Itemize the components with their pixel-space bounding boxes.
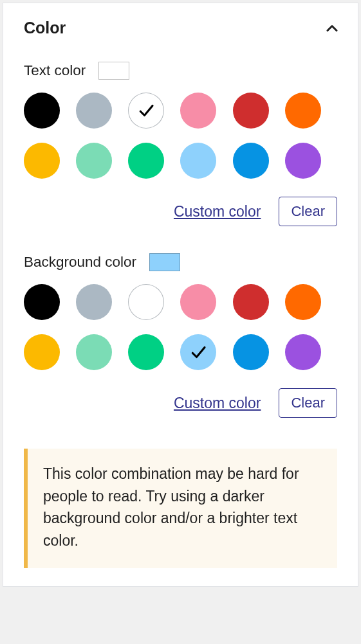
text-color-swatch[interactable] [128,143,164,179]
background-color-swatch[interactable] [285,284,321,320]
background-color-label: Background color [24,254,136,271]
chevron-up-icon [323,19,341,37]
text-color-swatch[interactable] [76,93,112,129]
text-color-label-row: Text color [24,62,337,80]
background-color-swatch[interactable] [285,334,321,370]
background-color-swatch-grid [24,284,337,370]
text-color-custom-link[interactable]: Custom color [174,203,261,220]
notice-text: This color combination may be hard for p… [28,449,337,568]
background-color-swatch[interactable] [233,284,269,320]
contrast-warning-notice: This color combination may be hard for p… [24,449,337,568]
panel-header[interactable]: Color [3,3,358,42]
background-color-footer: Custom color Clear [24,388,337,418]
background-color-custom-link[interactable]: Custom color [174,395,261,412]
text-color-swatch[interactable] [285,143,321,179]
background-color-swatch[interactable] [24,334,60,370]
text-color-swatch[interactable] [24,143,60,179]
background-color-swatch[interactable] [180,284,216,320]
text-color-swatch[interactable] [76,143,112,179]
text-color-swatch[interactable] [180,143,216,179]
background-color-indicator [149,253,180,271]
background-color-label-row: Background color [24,253,337,271]
text-color-indicator [98,62,129,80]
color-panel: Color Text color Custom color Clear Back… [3,3,358,587]
panel-title: Color [24,19,66,37]
check-icon [189,343,208,362]
background-color-section: Background color Custom color Clear [24,253,337,418]
background-color-swatch[interactable] [76,284,112,320]
text-color-swatch-grid [24,93,337,179]
text-color-swatch[interactable] [233,93,269,129]
text-color-swatch[interactable] [233,143,269,179]
background-color-swatch[interactable] [180,334,216,370]
check-icon [136,101,156,120]
panel-body: Text color Custom color Clear Background… [3,42,358,586]
background-color-swatch[interactable] [128,284,164,320]
text-color-swatch[interactable] [24,93,60,129]
text-color-swatch[interactable] [180,93,216,129]
background-color-swatch[interactable] [128,334,164,370]
text-color-swatch[interactable] [285,93,321,129]
text-color-clear-button[interactable]: Clear [279,197,337,226]
background-color-clear-button[interactable]: Clear [279,388,337,418]
text-color-label: Text color [24,62,86,79]
background-color-swatch[interactable] [233,334,269,370]
background-color-swatch[interactable] [24,284,60,320]
background-color-swatch[interactable] [76,334,112,370]
text-color-section: Text color Custom color Clear [24,62,337,226]
text-color-swatch[interactable] [128,93,164,129]
text-color-footer: Custom color Clear [24,197,337,226]
